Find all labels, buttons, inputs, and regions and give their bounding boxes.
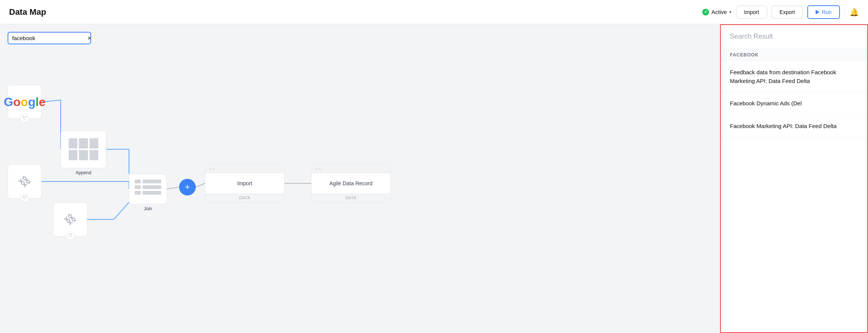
chain-icon-1: ⛓ [16,173,33,189]
run-label: Run [822,9,832,15]
google-node[interactable]: Google 🛡 [8,85,42,119]
svg-line-0 [167,187,179,189]
panel-section-label: FACEBOOK [721,48,867,61]
header: Data Map Active ▾ Import Export Run 🔔 [0,0,868,24]
header-actions: Active ▾ Import Export Run 🔔 [702,5,859,19]
join-list-icon [129,174,167,200]
append-label: Append [75,170,91,175]
agile-node-header [311,165,390,173]
join-node[interactable]: Join [129,174,167,204]
status-badge[interactable]: Active ▾ [702,9,731,16]
google-logo: Google [4,95,46,109]
agile-footer-label: DATA [345,196,356,200]
panel-header: Search Result [721,25,867,48]
clear-search-icon[interactable]: ✕ [87,35,92,41]
shield-icon: 🛡 [20,113,29,122]
link-node-2[interactable]: ⛓ 🛡 [53,202,87,236]
search-box: ✕ [8,32,91,44]
run-button[interactable]: Run [807,5,840,19]
agile-node[interactable]: Agile Data Record DATA [311,164,391,202]
agile-node-body: Agile Data Record [311,173,390,194]
append-node[interactable]: Append [61,130,106,168]
import-node-body: Import [205,173,284,194]
agile-node-footer: DATA [311,194,390,202]
agile-label: Agile Data Record [329,180,373,186]
import-node-footer: DATA [205,194,284,202]
chevron-down-icon: ▾ [729,9,731,15]
notification-bell-icon[interactable]: 🔔 [849,8,859,17]
join-label: Join [144,206,152,211]
main-area: ✕ Google 🛡 ⛓ [0,24,868,333]
svg-line-1 [196,183,205,187]
plus-connector[interactable]: + [179,179,196,195]
search-input[interactable] [12,35,84,41]
search-result-item-0[interactable]: Feedback data from destination Facebook … [721,61,867,92]
import-footer-label: DATA [239,196,250,200]
search-result-item-1[interactable]: Facebook Dynamic Ads (Del [721,92,867,115]
import-button[interactable]: Import [736,6,767,19]
import-node[interactable]: Import DATA [205,164,285,202]
canvas[interactable]: ✕ Google 🛡 ⛓ [0,24,720,333]
status-label: Active [711,9,727,15]
status-dot-icon [702,9,709,16]
header-divider [844,6,845,18]
chain-icon-2: ⛓ [62,211,78,227]
shield-icon-2: 🛡 [20,193,29,202]
import-label: Import [237,180,252,186]
link-node-1[interactable]: ⛓ 🛡 [8,164,42,199]
run-icon [816,10,819,14]
shield-icon-3: 🛡 [66,231,75,240]
search-result-item-2[interactable]: Facebook Marketing API: Data Feed Delta [721,115,867,138]
panel-title: Search Result [730,33,773,40]
search-wrapper: ✕ [8,32,91,44]
export-button[interactable]: Export [772,6,803,19]
append-grid-icon [61,131,106,168]
page-title: Data Map [9,7,46,17]
import-node-header [205,165,284,173]
search-result-panel: Search Result FACEBOOK Feedback data fro… [720,24,868,333]
